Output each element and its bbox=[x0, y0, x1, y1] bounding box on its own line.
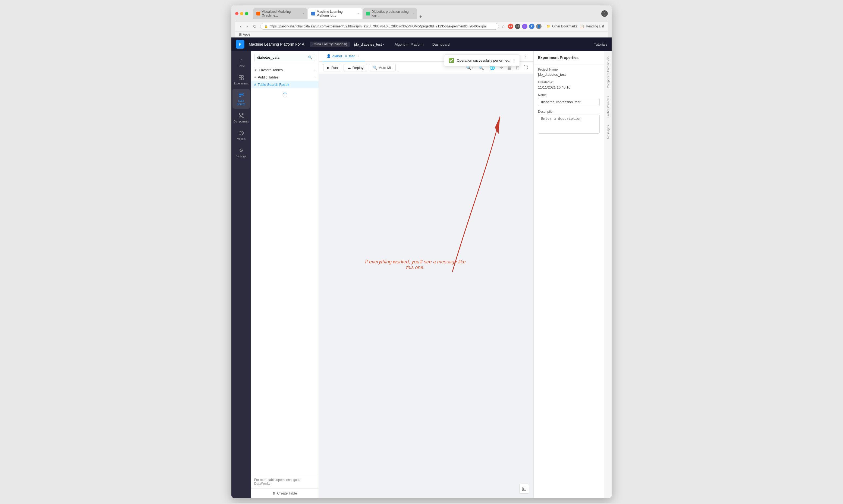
name-input[interactable] bbox=[538, 98, 600, 106]
notification-close-button[interactable]: × bbox=[513, 58, 515, 63]
component-parameters-vtab[interactable]: Component Parameters bbox=[605, 53, 611, 91]
other-bookmarks[interactable]: 📁 Other Bookmarks bbox=[546, 24, 577, 28]
project-name-row: Project Name jdp_diabetes_test bbox=[538, 68, 600, 76]
close-window-button[interactable] bbox=[235, 12, 238, 15]
public-tables-item[interactable]: ≡ Public Tables › bbox=[251, 74, 319, 81]
svg-rect-3 bbox=[241, 78, 243, 80]
home-icon: ⌂ bbox=[238, 57, 245, 64]
run-icon: ▶ bbox=[327, 66, 330, 70]
created-at-label: Created At bbox=[538, 80, 600, 84]
tab3-close[interactable]: × bbox=[412, 12, 414, 15]
experiment-tab-close[interactable]: × bbox=[356, 54, 361, 58]
sidebar-item-settings[interactable]: ⚙ Settings bbox=[232, 144, 250, 161]
run-button[interactable]: ▶ Run bbox=[323, 64, 341, 71]
data-panel: 🔍 ★ Favorite Tables › ≡ Public Tables › bbox=[251, 51, 319, 498]
name-row: Name bbox=[538, 93, 600, 106]
ext-icon-4[interactable]: P bbox=[529, 24, 535, 29]
ext-icon-5[interactable]: 👤 bbox=[536, 24, 541, 29]
experiments-icon bbox=[238, 74, 245, 81]
create-table-button[interactable]: ⊕ Create Table bbox=[251, 488, 319, 498]
browser-tab-2[interactable]: Machine Learning Platform for... × bbox=[308, 8, 362, 19]
notification-toast: ✅ Operation successfully performed. × bbox=[444, 54, 520, 67]
search-input[interactable] bbox=[257, 55, 306, 59]
maximize-window-button[interactable] bbox=[245, 12, 248, 15]
svg-line-13 bbox=[242, 114, 243, 115]
right-panel-body: Project Name jdp_diabetes_test Created A… bbox=[534, 63, 604, 138]
svg-rect-6 bbox=[239, 96, 241, 97]
reading-list[interactable]: 📋 Reading List bbox=[580, 24, 604, 28]
canvas-body: If everything worked, you'll see a messa… bbox=[319, 74, 533, 498]
tab2-label: Machine Learning Platform for... bbox=[317, 10, 355, 17]
components-label: Components bbox=[234, 120, 249, 123]
console-button[interactable] bbox=[519, 484, 529, 494]
svg-point-7 bbox=[240, 115, 242, 116]
back-button[interactable]: ‹ bbox=[239, 23, 243, 29]
ext-icon-3[interactable]: F bbox=[522, 24, 527, 29]
search-result-label: Table Search Result bbox=[258, 83, 289, 87]
experiment-tab[interactable]: 👤 diabet...n_test × bbox=[322, 51, 365, 61]
project-name-label: Project Name bbox=[538, 68, 600, 71]
sidebar-item-experiments[interactable]: Experiments bbox=[232, 72, 250, 88]
plus-icon: ⊕ bbox=[272, 491, 275, 495]
favorites-expand-icon: › bbox=[314, 68, 315, 72]
description-textarea[interactable] bbox=[538, 114, 600, 133]
fullscreen-button[interactable]: ⛶ bbox=[522, 64, 529, 71]
data-panel-tree: ★ Favorite Tables › ≡ Public Tables › # … bbox=[251, 64, 319, 475]
datasource-label: DataSource bbox=[237, 100, 246, 106]
minimize-window-button[interactable] bbox=[240, 12, 243, 15]
svg-rect-1 bbox=[241, 75, 243, 77]
sidebar-item-components[interactable]: Components bbox=[232, 110, 250, 126]
browser-tab-1[interactable]: Visualized Modeling (Machine... × bbox=[253, 8, 307, 19]
right-vertical-tabs: Component Parameters Global Variables Me… bbox=[604, 51, 612, 498]
more-options-button[interactable]: ⋮ bbox=[524, 54, 528, 59]
automl-icon: 🔍 bbox=[373, 66, 377, 70]
apps-bookmark[interactable]: ⊞ Apps bbox=[239, 33, 250, 36]
data-panel-footer[interactable]: For more table operations, go to DataWor… bbox=[251, 475, 319, 488]
models-label: Models bbox=[237, 138, 246, 141]
svg-line-14 bbox=[240, 116, 240, 117]
new-tab-button[interactable]: + bbox=[418, 14, 424, 19]
messages-vtab[interactable]: Messages bbox=[605, 122, 611, 142]
home-label: Home bbox=[238, 65, 245, 68]
sidebar-item-home[interactable]: ⌂ Home bbox=[232, 54, 250, 71]
tab2-close[interactable]: × bbox=[357, 12, 359, 15]
nav-links: Algorithm Platform Dashboard bbox=[391, 41, 453, 48]
settings-icon: ⚙ bbox=[238, 147, 245, 154]
svg-rect-2 bbox=[239, 78, 241, 80]
browser-menu-icon[interactable]: ⋮ bbox=[601, 10, 608, 17]
region-badge[interactable]: China East 2(Shanghai) bbox=[310, 41, 350, 47]
browser-tab-3[interactable]: Diabetics prediction using logi... × bbox=[363, 8, 417, 19]
global-variables-vtab[interactable]: Global Variables bbox=[605, 93, 611, 121]
public-label: Public Tables bbox=[258, 75, 279, 79]
bookmark-star[interactable]: ☆ bbox=[502, 24, 505, 29]
automl-button[interactable]: 🔍 Auto ML bbox=[369, 64, 395, 71]
tab1-close[interactable]: × bbox=[303, 12, 304, 15]
svg-point-11 bbox=[242, 117, 243, 118]
experiment-properties-title: Experiment Properties bbox=[534, 51, 604, 63]
deploy-button[interactable]: ☁ Deploy bbox=[344, 64, 367, 71]
sidebar-item-datasource[interactable]: DataSource bbox=[232, 89, 250, 109]
notification-message: Operation successfully performed. bbox=[457, 58, 510, 62]
sidebar-item-models[interactable]: Models bbox=[232, 127, 250, 143]
forward-button[interactable]: › bbox=[245, 23, 249, 29]
ext-icon-2[interactable]: N bbox=[515, 24, 520, 29]
apps-icon: ⊞ bbox=[239, 33, 242, 36]
search-box[interactable]: 🔍 bbox=[254, 54, 315, 61]
tutorials-button[interactable]: Tutorials bbox=[594, 42, 607, 47]
refresh-button[interactable]: ↻ bbox=[252, 23, 257, 30]
lock-icon: 🔒 bbox=[264, 25, 268, 28]
favorites-tables-item[interactable]: ★ Favorite Tables › bbox=[251, 66, 319, 74]
url-bar[interactable]: 🔒 https://pai-cn-shanghai.data.aliyun.co… bbox=[260, 23, 499, 30]
created-at-value: 11/11/2021 16:46:16 bbox=[538, 85, 600, 89]
app-container: P Machine Learning Platform For AI China… bbox=[231, 37, 612, 498]
search-icon: 🔍 bbox=[308, 55, 312, 59]
project-selector[interactable]: jdp_diabetes_test ▾ bbox=[354, 42, 384, 47]
ext-icon-1[interactable]: AP bbox=[508, 24, 513, 29]
folder-icon: 📁 bbox=[546, 24, 551, 28]
models-icon bbox=[238, 130, 245, 136]
canvas-bottom-right bbox=[519, 484, 529, 494]
tabs-and-notification: 👤 diabet...n_test × ↙ Former Version ⋮ bbox=[319, 51, 533, 62]
nav-dashboard[interactable]: Dashboard bbox=[429, 41, 453, 48]
table-search-result-item[interactable]: # Table Search Result bbox=[251, 81, 319, 88]
nav-algorithm-platform[interactable]: Algorithm Platform bbox=[391, 41, 428, 48]
